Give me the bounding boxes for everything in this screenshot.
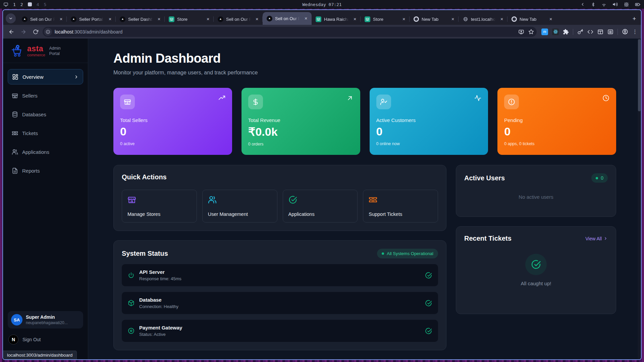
avatar: SA xyxy=(11,314,22,325)
store-icon xyxy=(127,195,136,204)
tab-close-icon[interactable] xyxy=(548,16,554,22)
file-text-icon xyxy=(12,168,18,174)
tab-close-icon[interactable] xyxy=(156,16,162,22)
stat-card-pending[interactable]: Pending 0 0 apps, 0 tickets xyxy=(497,88,616,155)
tab-close-icon[interactable] xyxy=(58,16,64,22)
tab-close-icon[interactable] xyxy=(352,16,358,22)
sidebar-item-sellers[interactable]: Sellers xyxy=(8,88,83,103)
check-circle-icon xyxy=(425,327,432,335)
arrow-up-right-icon xyxy=(346,95,354,102)
cpu-icon[interactable] xyxy=(624,2,629,7)
scrollbar-thumb[interactable] xyxy=(638,39,641,111)
code-icon[interactable] xyxy=(587,29,593,35)
quick-actions-title: Quick Actions xyxy=(122,173,438,181)
sidebar-item-overview[interactable]: Overview xyxy=(8,69,83,84)
tab[interactable]: ▲Sell on Our P xyxy=(214,13,263,25)
tab[interactable]: Hawa Raicha xyxy=(312,13,361,25)
tab-close-icon[interactable] xyxy=(499,16,505,22)
volume-icon[interactable] xyxy=(612,2,618,7)
tab-close-icon[interactable] xyxy=(303,15,309,21)
list-panel-icon[interactable] xyxy=(607,29,613,35)
sign-out-button[interactable]: N Sign Out xyxy=(8,335,83,345)
active-users-empty: No active users xyxy=(464,183,608,208)
address-bar[interactable]: localhost:3003/admin/dashboard xyxy=(43,27,537,37)
nextjs-badge-icon[interactable]: N xyxy=(8,335,18,345)
status-badge: All Systems Operational xyxy=(377,249,438,258)
status-row-database: Database Connection: Healthy xyxy=(122,292,438,314)
reload-button[interactable] xyxy=(31,27,41,37)
vercel-favicon: ▲ xyxy=(267,16,272,21)
page-title: Admin Dashboard xyxy=(113,51,616,66)
sidebar-item-tickets[interactable]: Tickets xyxy=(8,125,83,141)
status-row-payment-gateway: Payment Gateway Status: Active xyxy=(122,320,438,342)
workspace-3-active[interactable]: 3 xyxy=(28,2,32,6)
chevron-right-icon xyxy=(603,236,608,241)
tab[interactable]: Store xyxy=(361,13,410,25)
tab[interactable]: ▲Seller Portal xyxy=(67,13,116,25)
back-button[interactable] xyxy=(6,27,16,37)
applications-button[interactable]: Applications xyxy=(283,190,358,223)
main-content: Admin Dashboard Monitor your platform, m… xyxy=(88,39,641,359)
password-key-icon[interactable] xyxy=(577,29,583,35)
clock-icon xyxy=(602,95,609,102)
chevron-right-icon xyxy=(74,74,79,79)
tab[interactable]: test1.localho xyxy=(459,13,507,25)
tab[interactable]: Store xyxy=(165,13,214,25)
react-devtools-icon[interactable] xyxy=(552,28,559,35)
workspace-2[interactable]: 2 xyxy=(20,2,23,7)
system-status-title: System Status xyxy=(122,250,168,257)
active-users-panel: Active Users 0 No active users xyxy=(456,165,616,217)
check-circle-icon xyxy=(425,272,432,279)
tab-active[interactable]: ▲Sell on Our P xyxy=(263,12,312,25)
url-path: :3003/admin/dashboard xyxy=(73,29,122,35)
check-circle-icon xyxy=(288,195,297,204)
new-tab-button[interactable] xyxy=(630,14,639,23)
install-app-icon[interactable] xyxy=(518,29,524,35)
bookmark-star-icon[interactable] xyxy=(528,29,534,35)
tab-close-icon[interactable] xyxy=(450,16,456,22)
support-tickets-button[interactable]: Support Tickets xyxy=(363,190,438,223)
user-management-button[interactable]: User Management xyxy=(202,190,277,223)
sidebar-item-reports[interactable]: Reports xyxy=(8,163,83,178)
ticket-icon xyxy=(369,195,377,204)
workspace-4[interactable]: 4 xyxy=(37,2,39,7)
workspace-5[interactable]: 5 xyxy=(44,2,46,7)
vercel-favicon: ▲ xyxy=(218,16,223,22)
panel-icon[interactable] xyxy=(597,29,603,35)
all-caught-up-icon xyxy=(525,254,547,275)
forward-button[interactable] xyxy=(18,27,29,37)
sidebar-item-databases[interactable]: Databases xyxy=(8,107,83,122)
extension-fi-icon[interactable]: FI xyxy=(541,28,548,35)
tab-close-icon[interactable] xyxy=(254,16,260,22)
chevron-left-icon[interactable] xyxy=(580,2,585,7)
profile-icon[interactable] xyxy=(622,28,628,35)
recent-tickets-panel: Recent Tickets View All All caught up! xyxy=(456,226,616,314)
stat-card-total-sellers[interactable]: Total Sellers 0 0 active xyxy=(113,88,232,155)
manage-stores-button[interactable]: Manage Stores xyxy=(122,190,197,223)
user-card[interactable]: SA Super Admin neupanebhagawati20... xyxy=(8,311,83,328)
tab[interactable]: ▲Seller Dashb xyxy=(116,13,165,25)
page-scrollbar[interactable] xyxy=(638,39,641,359)
stat-card-active-customers[interactable]: Active Customers 0 0 online now xyxy=(370,88,488,155)
battery-icon[interactable] xyxy=(635,2,641,7)
site-info-icon[interactable] xyxy=(44,28,52,36)
tab-close-icon[interactable] xyxy=(107,16,113,22)
extensions-puzzle-icon[interactable] xyxy=(563,29,569,35)
view-all-link[interactable]: View All xyxy=(585,236,608,241)
tab[interactable]: New Tab xyxy=(410,13,459,25)
green-dot-icon xyxy=(596,177,598,179)
tab[interactable]: ▲Sell on Our P xyxy=(18,13,67,25)
active-users-count-badge: 0 xyxy=(591,173,608,183)
browser-menu-icon[interactable] xyxy=(632,28,638,35)
tab[interactable]: New Tab xyxy=(507,13,556,25)
tab-search-button[interactable] xyxy=(6,13,16,23)
wifi-icon[interactable] xyxy=(601,2,606,7)
power-icon xyxy=(128,272,135,279)
tab-close-icon[interactable] xyxy=(205,16,211,22)
stat-card-total-revenue[interactable]: Total Revenue ₹0.0k 0 orders xyxy=(241,88,360,155)
tab-close-icon[interactable] xyxy=(401,16,407,22)
sidebar-item-applications[interactable]: Applications xyxy=(8,144,83,160)
bluetooth-icon[interactable] xyxy=(591,2,595,7)
browser-status-bar: localhost:3003/admin/dashboard xyxy=(3,351,77,359)
workspace-1[interactable]: 1 xyxy=(13,2,16,7)
